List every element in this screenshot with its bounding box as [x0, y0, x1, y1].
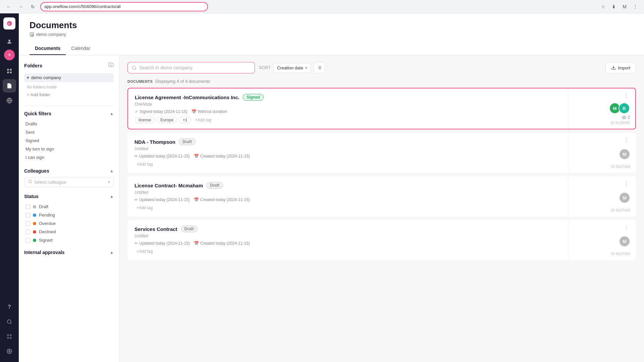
bookmark-button[interactable]: ☆	[598, 2, 608, 11]
app-wrapper: O + ? Documents 🏢	[0, 13, 644, 362]
svg-point-15	[9, 351, 10, 352]
status-checkbox-overdue[interactable]	[25, 221, 30, 226]
menu-button[interactable]: ⋮	[631, 2, 640, 11]
add-tag-3[interactable]: +Add tag	[135, 205, 155, 211]
doc-card-4[interactable]: Services Contract Draft Untitled ✏ Updat…	[127, 220, 636, 260]
sidebar-icon-documents[interactable]	[3, 79, 16, 93]
filter-item-drafts[interactable]: Drafts	[24, 120, 114, 128]
add-folder-button[interactable]: + Add folder	[24, 91, 114, 99]
colleagues-header[interactable]: Colleagues ▲	[24, 168, 114, 174]
sidebar-icon-help[interactable]: ?	[3, 300, 16, 314]
add-tag-2[interactable]: +Add tag	[135, 161, 155, 167]
doc-id-1: ID 9128545	[611, 121, 630, 125]
profile-button[interactable]: M	[620, 2, 629, 11]
filter-item-my-turn[interactable]: My turn to sign	[24, 145, 114, 153]
doc-card-1[interactable]: License Agreement -InCommunications Inc.…	[127, 88, 636, 129]
docs-header-left: SORT Creation date ▾	[127, 62, 325, 73]
doc-id-4: ID 9127392	[611, 252, 630, 256]
status-checkbox-signed[interactable]	[25, 238, 30, 243]
add-tag-4[interactable]: +Add tag	[135, 248, 155, 254]
tab-calendar[interactable]: Calendar	[66, 42, 96, 55]
import-button[interactable]: Import	[605, 62, 636, 73]
status-header[interactable]: Status ▲	[24, 194, 114, 199]
sidebar-icon-globe[interactable]	[3, 94, 16, 107]
svg-rect-5	[7, 72, 9, 73]
filter-item-i-can-sign[interactable]: I can sign	[24, 153, 114, 162]
doc-more-button-3[interactable]: ⋮	[622, 181, 630, 187]
doc-card-right-1: ⋮ M B 2 ID 9128545	[568, 88, 635, 129]
status-checkbox-pending[interactable]	[25, 213, 30, 218]
colleague-search-icon	[28, 179, 32, 185]
sidebar-icon-grid2[interactable]	[3, 330, 16, 343]
doc-tag-license[interactable]: license	[135, 117, 155, 123]
doc-more-button-1[interactable]: ⋮	[622, 93, 630, 99]
doc-title-row-1: License Agreement -InCommunications Inc.…	[135, 94, 561, 101]
status-title: Status	[24, 194, 39, 199]
calendar-icon-4: 📅	[194, 241, 199, 246]
doc-tag-more[interactable]: +1	[179, 117, 191, 123]
download-button[interactable]: ⬇	[609, 2, 619, 11]
doc-card-2[interactable]: NDA - Thompson Draft Untitled ✏ Updated …	[127, 133, 636, 173]
status-item-draft[interactable]: Draft	[24, 202, 114, 211]
colleagues-collapse-icon: ▲	[110, 169, 114, 173]
doc-tags-1: license Europe +1 +Add tag	[135, 117, 561, 123]
svg-rect-6	[10, 72, 12, 73]
doc-meta-item-created-3: 📅 Created today (2024-11-15)	[194, 197, 250, 202]
sidebar-icon-settings[interactable]	[3, 345, 16, 358]
status-item-signed[interactable]: Signed	[24, 236, 114, 244]
calendar-icon-2: 📅	[194, 154, 199, 159]
folder-item-demo-company[interactable]: ▾ demo company	[24, 73, 114, 82]
svg-line-10	[10, 323, 11, 324]
status-checkbox-draft[interactable]	[25, 204, 30, 209]
add-tag-1[interactable]: +Add tag	[193, 117, 213, 123]
documents-area: SORT Creation date ▾ Import	[119, 55, 644, 362]
sort-select[interactable]: Creation date ▾	[273, 63, 311, 73]
doc-status-badge-2: Draft	[179, 138, 196, 145]
folders-header: Folders	[24, 62, 114, 69]
quick-filters-header[interactable]: Quick filters ▲	[24, 111, 114, 116]
doc-subtitle-2: Untitled	[135, 146, 562, 151]
doc-avatars-3: M	[619, 192, 630, 203]
add-folder-icon[interactable]	[108, 62, 114, 69]
docs-meta-count: Displaying 4 of 4 documents	[155, 79, 210, 84]
doc-status-badge-3: Draft	[206, 182, 223, 189]
avatar-B-1: B	[619, 103, 630, 114]
status-item-overdue[interactable]: Overdue	[24, 219, 114, 228]
colleague-select[interactable]: Select colleague ▾	[24, 177, 114, 187]
sidebar-icon-grid[interactable]	[3, 64, 16, 78]
svg-point-2	[8, 40, 10, 42]
filter-item-sent[interactable]: Sent	[24, 128, 114, 136]
doc-more-button-2[interactable]: ⋮	[622, 137, 630, 143]
app-logo[interactable]: O	[3, 17, 15, 29]
status-item-declined[interactable]: Declined	[24, 228, 114, 236]
company-name: demo company	[36, 32, 66, 37]
search-input[interactable]	[139, 65, 251, 70]
svg-rect-4	[10, 69, 12, 70]
doc-tag-europe[interactable]: Europe	[157, 117, 177, 123]
docs-header: SORT Creation date ▾ Import	[127, 62, 636, 73]
internal-approvals-section: Internal approvals ▲	[24, 250, 114, 255]
search-bar[interactable]	[127, 62, 255, 73]
status-item-pending[interactable]: Pending	[24, 211, 114, 219]
main-content: Documents 🏢 demo company Documents Calen…	[19, 13, 644, 362]
status-checkbox-declined[interactable]	[25, 230, 30, 234]
tab-documents[interactable]: Documents	[30, 42, 66, 55]
refresh-button[interactable]: ↻	[28, 2, 38, 11]
back-button[interactable]: ←	[4, 2, 13, 11]
doc-avatars-4: M	[619, 236, 630, 247]
doc-meta-1: ✓ Signed today (2024-11-15) 📅 Without du…	[135, 109, 561, 114]
filters-panel: Folders ▾ demo company No folders inside…	[19, 55, 119, 362]
doc-more-button-4[interactable]: ⋮	[622, 224, 630, 231]
sort-order-button[interactable]	[314, 62, 325, 73]
svg-point-22	[132, 66, 136, 69]
sidebar-add-button[interactable]: +	[4, 50, 15, 60]
calendar-icon: 📅	[192, 109, 197, 114]
filter-item-signed[interactable]: Signed	[24, 136, 114, 145]
sidebar-icon-search[interactable]	[3, 315, 16, 328]
forward-button[interactable]: →	[16, 2, 25, 11]
doc-card-3[interactable]: License Contract- Mcmaham Draft Untitled…	[127, 176, 636, 217]
sort-value: Creation date	[277, 65, 303, 70]
sidebar-icon-person[interactable]	[3, 35, 16, 48]
internal-approvals-header[interactable]: Internal approvals ▲	[24, 250, 114, 255]
address-bar[interactable]: app.oneflow.com/c/504096/contracts/all	[40, 2, 208, 11]
